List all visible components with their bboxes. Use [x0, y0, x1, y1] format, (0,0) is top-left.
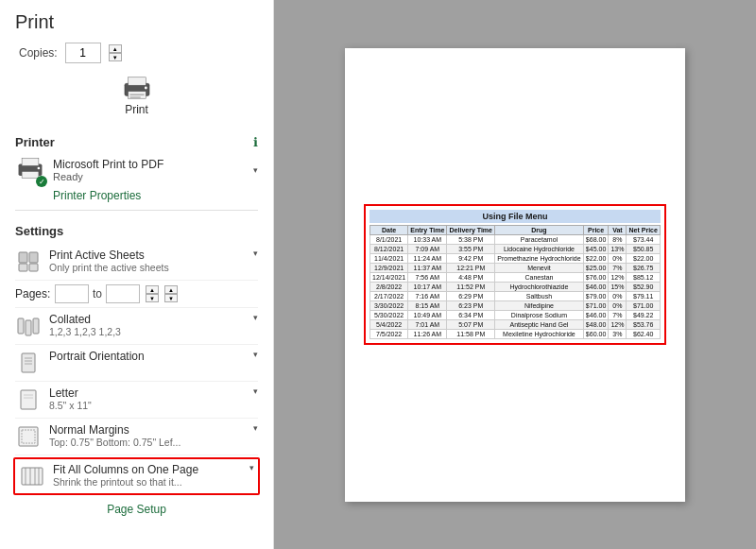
- cell-1-2: 3:55 PM: [447, 245, 495, 254]
- printer-properties-link[interactable]: Printer Properties: [53, 189, 258, 202]
- col-header-drug: Drug: [495, 226, 584, 235]
- svg-rect-21: [21, 390, 36, 409]
- copies-up-button[interactable]: ▲: [109, 44, 122, 53]
- col-header-vat: Vat: [609, 226, 627, 235]
- cell-10-6: $62.40: [627, 330, 661, 339]
- cell-10-1: 11:26 AM: [408, 330, 447, 339]
- cell-9-2: 5:07 PM: [447, 320, 495, 330]
- setting-orientation[interactable]: Portrait Orientation ▾: [15, 345, 258, 382]
- preview-title: Using File Menu: [369, 210, 661, 223]
- svg-rect-14: [18, 318, 24, 334]
- active-sheets-dropdown[interactable]: ▾: [253, 249, 258, 258]
- table-row: 2/17/20227:16 AM6:29 PMSaltbush$79.000%$…: [370, 292, 661, 301]
- pages-from-input[interactable]: [55, 284, 89, 303]
- orientation-dropdown[interactable]: ▾: [253, 350, 258, 359]
- active-sheets-name: Print Active Sheets: [49, 249, 246, 262]
- col-header-date: Date: [370, 226, 408, 235]
- table-row: 5/4/20227:01 AM5:07 PMAntiseptic Hand Ge…: [370, 320, 661, 330]
- pages-to-label: to: [93, 287, 102, 300]
- cell-7-5: 0%: [609, 301, 627, 311]
- copies-spinner: ▲ ▼: [109, 44, 122, 61]
- margins-text: Normal Margins Top: 0.75" Bottom: 0.75" …: [49, 423, 246, 448]
- collated-icon: [15, 313, 42, 339]
- setting-active-sheets[interactable]: Print Active Sheets Only print the activ…: [15, 244, 258, 281]
- cell-4-4: $76.00: [583, 273, 609, 283]
- cell-5-1: 10:17 AM: [408, 283, 447, 292]
- settings-section-title: Settings: [15, 224, 258, 238]
- cell-9-5: 12%: [609, 320, 627, 330]
- fit-columns-text: Fit All Columns on One Page Shrink the p…: [53, 463, 242, 488]
- printer-icon: [120, 75, 154, 101]
- collated-dropdown[interactable]: ▾: [253, 313, 258, 322]
- cell-9-1: 7:01 AM: [408, 320, 447, 330]
- print-settings-panel: Print Copies: ▲ ▼ Prin: [0, 0, 274, 549]
- active-sheets-text: Print Active Sheets Only print the activ…: [49, 249, 246, 273]
- fit-columns-icon: [19, 463, 45, 489]
- svg-rect-7: [22, 158, 39, 165]
- cell-10-5: 3%: [609, 330, 627, 339]
- cell-7-1: 8:15 AM: [408, 301, 447, 311]
- cell-7-3: Nifedipine: [495, 301, 584, 311]
- cell-1-3: Lidocaine Hydrochloride: [495, 245, 584, 254]
- table-row: 2/8/202210:17 AM11:52 PMHydrochlorothiaz…: [370, 283, 661, 292]
- cell-5-4: $46.00: [583, 283, 609, 292]
- cell-8-4: $46.00: [583, 311, 609, 320]
- printer-dropdown-arrow[interactable]: ▾: [253, 165, 258, 175]
- svg-rect-15: [26, 320, 31, 335]
- pages-up-button[interactable]: ▲: [146, 285, 159, 294]
- setting-collated[interactable]: Collated 1,2,3 1,2,3 1,2,3 ▾: [15, 308, 258, 345]
- printer-section-title: Printer: [15, 135, 55, 149]
- preview-table-header-row: Date Entry Time Delivery Time Drug Price…: [370, 226, 661, 235]
- pages-down-button2[interactable]: ▼: [164, 294, 178, 302]
- cell-4-0: 12/14/2021: [370, 273, 408, 283]
- cell-6-1: 7:16 AM: [408, 292, 447, 301]
- cell-2-2: 9:42 PM: [447, 254, 495, 264]
- cell-3-1: 11:37 AM: [408, 264, 447, 273]
- paper-name: Letter: [49, 386, 246, 400]
- cell-5-0: 2/8/2022: [370, 283, 408, 292]
- margins-dropdown[interactable]: ▾: [253, 423, 258, 433]
- setting-fit-columns[interactable]: Fit All Columns on One Page Shrink the p…: [13, 457, 260, 495]
- orientation-name: Portrait Orientation: [49, 350, 246, 363]
- cell-8-1: 10:49 AM: [408, 311, 447, 320]
- cell-6-5: 0%: [609, 292, 627, 301]
- cell-9-4: $48.00: [583, 320, 609, 330]
- copies-down-button[interactable]: ▼: [109, 53, 122, 61]
- cell-0-5: 8%: [609, 235, 627, 245]
- cell-4-2: 4:48 PM: [447, 273, 495, 283]
- cell-0-3: Paracetamol: [495, 235, 584, 245]
- print-button[interactable]: Print: [112, 75, 162, 116]
- pages-up-button2[interactable]: ▲: [164, 285, 178, 294]
- info-icon[interactable]: ℹ: [253, 135, 258, 149]
- cell-8-5: 7%: [609, 311, 627, 320]
- cell-0-4: $68.00: [583, 235, 609, 245]
- printer-device-icon: ✓: [15, 155, 45, 185]
- setting-margins[interactable]: Normal Margins Top: 0.75" Bottom: 0.75" …: [15, 419, 258, 455]
- printer-section: Printer ℹ ✓ Microsoft Print to PDF Ready: [15, 129, 258, 211]
- orientation-icon: [15, 350, 42, 376]
- print-button-label: Print: [125, 103, 148, 116]
- cell-4-5: 12%: [609, 273, 627, 283]
- table-row: 8/12/20217:09 AM3:55 PMLidocaine Hydroch…: [370, 245, 661, 254]
- cell-1-5: 13%: [609, 245, 627, 254]
- cell-0-6: $73.44: [627, 235, 661, 245]
- margins-name: Normal Margins: [49, 423, 246, 437]
- print-button-area: Print: [15, 75, 258, 116]
- fit-columns-name: Fit All Columns on One Page: [53, 463, 242, 476]
- printer-ready-badge: ✓: [36, 176, 47, 187]
- printer-row: ✓ Microsoft Print to PDF Ready ▾: [15, 155, 258, 185]
- page-setup-link[interactable]: Page Setup: [15, 497, 258, 516]
- pages-down-button[interactable]: ▼: [146, 294, 159, 302]
- preview-table-body: 8/1/202110:33 AM5:38 PMParacetamol$68.00…: [370, 235, 661, 339]
- setting-paper[interactable]: Letter 8.5" x 11" ▾: [15, 382, 258, 419]
- active-sheets-icon: [15, 249, 42, 275]
- pages-to-input[interactable]: [106, 284, 140, 303]
- copies-input[interactable]: [65, 43, 101, 63]
- cell-1-6: $50.85: [627, 245, 661, 254]
- fit-columns-dropdown[interactable]: ▾: [249, 463, 254, 472]
- cell-2-3: Promethazine Hydrochloride: [495, 254, 584, 264]
- paper-dropdown[interactable]: ▾: [253, 386, 258, 396]
- col-header-net-price: Net Price: [627, 226, 661, 235]
- svg-rect-3: [129, 94, 144, 95]
- col-header-price: Price: [583, 226, 609, 235]
